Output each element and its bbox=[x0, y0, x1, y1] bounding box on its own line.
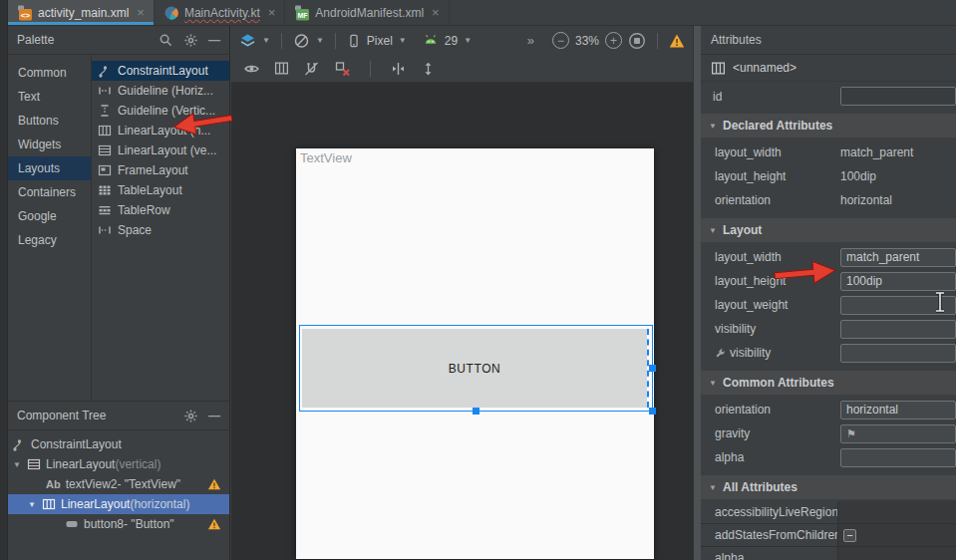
palette-category-google[interactable]: Google bbox=[8, 204, 91, 228]
space-icon bbox=[98, 223, 112, 237]
design-toolbar: ▼ ▼ Pixel ▼ 29 ▼ » − 33% + bbox=[231, 26, 693, 55]
palette-category-common[interactable]: Common bbox=[8, 61, 91, 85]
layout-height-input[interactable]: 100dip bbox=[840, 272, 956, 291]
palette-item-constraintlayout[interactable]: ConstraintLayout bbox=[92, 61, 229, 81]
attributes-header: Attributes bbox=[701, 26, 956, 55]
gear-icon[interactable] bbox=[183, 409, 198, 423]
chevron-down-icon[interactable]: ▼ bbox=[708, 122, 718, 131]
svg-text:<>: <> bbox=[21, 11, 31, 20]
attr-row-orientation: orientation horizontal bbox=[701, 398, 956, 421]
zoom-level: 33% bbox=[575, 34, 599, 48]
layout-width-input[interactable]: match_parent bbox=[840, 248, 956, 267]
tree-node-linearlayout-vertical[interactable]: ▼ LinearLayout(vertical) bbox=[8, 454, 229, 474]
gravity-input[interactable]: ⚑ bbox=[840, 424, 956, 443]
attr-value-cell[interactable] bbox=[838, 501, 956, 523]
android-icon bbox=[423, 33, 439, 48]
chevron-down-icon[interactable]: ▼ bbox=[316, 36, 324, 45]
tab-androidmanifest-xml[interactable]: MF AndroidManifest.xml × bbox=[285, 0, 449, 25]
hide-panel-icon[interactable]: — bbox=[208, 409, 220, 422]
warning-icon[interactable] bbox=[669, 33, 685, 49]
tab-mainactivity-kt[interactable]: MainActivity.kt × bbox=[155, 0, 285, 25]
palette-item-linearlayout-vertical[interactable]: LinearLayout (ve... bbox=[92, 140, 229, 160]
palette-item-linearlayout-horizontal[interactable]: LinearLayout (h... bbox=[92, 121, 229, 140]
palette-item-space[interactable]: Space bbox=[92, 220, 229, 240]
palette-category-widgets[interactable]: Widgets bbox=[8, 133, 91, 156]
design-surface[interactable]: TextView BUTTON bbox=[231, 83, 693, 560]
tab-label: activity_main.xml bbox=[38, 6, 129, 20]
resize-handle-corner[interactable] bbox=[649, 408, 656, 415]
selection-outline[interactable] bbox=[299, 325, 653, 412]
palette-category-containers[interactable]: Containers bbox=[8, 180, 91, 204]
close-icon[interactable]: × bbox=[268, 5, 276, 20]
align-horizontal-center-icon[interactable] bbox=[390, 61, 407, 77]
gear-icon[interactable] bbox=[183, 33, 198, 48]
search-icon[interactable] bbox=[159, 33, 173, 48]
declared-rows: layout_width match_parent layout_height … bbox=[701, 138, 956, 212]
view-options-eye-icon[interactable] bbox=[243, 61, 260, 77]
zoom-in-button[interactable]: + bbox=[605, 32, 622, 49]
chevron-down-icon[interactable]: ▼ bbox=[262, 36, 270, 45]
section-all-attributes[interactable]: ▼ All Attributes bbox=[701, 475, 956, 499]
panel-splitter[interactable] bbox=[693, 26, 701, 560]
hide-panel-icon[interactable]: — bbox=[208, 33, 220, 47]
expand-vertical-icon[interactable] bbox=[421, 61, 436, 77]
alpha-input[interactable] bbox=[840, 448, 956, 467]
palette-item-tablelayout[interactable]: TableLayout bbox=[92, 180, 229, 200]
attr-value-cell[interactable] bbox=[838, 547, 956, 560]
chevron-down-icon[interactable]: ▼ bbox=[708, 379, 718, 388]
tree-node-button8[interactable]: button8- "Button" bbox=[8, 514, 229, 534]
resize-handle-right[interactable] bbox=[649, 365, 656, 372]
close-icon[interactable]: × bbox=[137, 5, 145, 20]
id-input[interactable] bbox=[840, 87, 956, 106]
section-common-attributes[interactable]: ▼ Common Attributes bbox=[701, 371, 956, 395]
wrench-icon bbox=[715, 348, 726, 359]
toolbar-overflow-icon[interactable]: » bbox=[527, 33, 534, 48]
chevron-down-icon[interactable]: ▼ bbox=[399, 36, 407, 45]
close-icon[interactable]: × bbox=[432, 5, 440, 20]
section-declared-attributes[interactable]: ▼ Declared Attributes bbox=[701, 114, 956, 138]
api-level-selector[interactable]: 29 bbox=[445, 34, 458, 48]
chevron-down-icon[interactable]: ▼ bbox=[708, 226, 718, 235]
tree-node-constraintlayout[interactable]: ConstraintLayout bbox=[8, 434, 229, 454]
palette-item-framelayout[interactable]: FrameLayout bbox=[92, 160, 229, 180]
palette-item-tablerow[interactable]: TableRow bbox=[92, 200, 229, 220]
chevron-down-icon[interactable]: ▼ bbox=[27, 500, 37, 509]
palette-item-guideline-horizontal[interactable]: Guideline (Horiz... bbox=[92, 81, 229, 101]
palette-category-legacy[interactable]: Legacy bbox=[8, 228, 91, 252]
tab-label: MainActivity.kt bbox=[184, 6, 260, 20]
tree-node-textview2[interactable]: Ab textView2- "TextView" bbox=[8, 474, 229, 494]
palette-category-buttons[interactable]: Buttons bbox=[8, 109, 91, 133]
palette-item-guideline-vertical[interactable]: Guideline (Vertic... bbox=[92, 101, 229, 121]
component-tree-body: ConstraintLayout ▼ LinearLayout(vertical… bbox=[8, 430, 229, 560]
device-screen[interactable]: TextView BUTTON bbox=[296, 148, 654, 559]
attr-row-alpha: alpha bbox=[701, 547, 956, 560]
zoom-out-button[interactable]: − bbox=[552, 32, 569, 49]
tools-visibility-input[interactable] bbox=[840, 344, 956, 363]
flag-icon[interactable]: ⚑ bbox=[846, 428, 856, 439]
device-selector[interactable]: Pixel bbox=[367, 34, 393, 48]
palette-category-layouts[interactable]: Layouts bbox=[8, 156, 91, 180]
orientation-icon[interactable] bbox=[293, 33, 310, 49]
chevron-down-icon[interactable]: ▼ bbox=[708, 483, 718, 492]
resize-handle-bottom[interactable] bbox=[473, 408, 479, 415]
warning-icon bbox=[207, 517, 221, 531]
tree-node-linearlayout-horizontal[interactable]: ▼ LinearLayout(horizontal) bbox=[8, 494, 229, 514]
section-layout[interactable]: ▼ Layout bbox=[701, 218, 956, 242]
visibility-input[interactable] bbox=[840, 320, 956, 339]
attr-row-layout-width: layout_width match_parent bbox=[701, 140, 956, 164]
textview-widget[interactable]: TextView bbox=[300, 150, 352, 165]
clear-constraints-icon[interactable] bbox=[334, 61, 351, 77]
zoom-to-fit-button[interactable] bbox=[628, 32, 646, 50]
orientation-columns-icon[interactable] bbox=[274, 61, 289, 76]
chevron-down-icon[interactable]: ▼ bbox=[12, 460, 22, 469]
indeterminate-checkbox[interactable]: − bbox=[843, 529, 856, 542]
toolbar-separator bbox=[370, 61, 371, 77]
chevron-down-icon[interactable]: ▼ bbox=[464, 36, 472, 45]
orientation-input[interactable]: horizontal bbox=[840, 401, 956, 420]
palette-category-text[interactable]: Text bbox=[8, 85, 91, 109]
tab-activity-main-xml[interactable]: <> activity_main.xml × bbox=[8, 0, 155, 25]
design-surface-icon[interactable] bbox=[239, 33, 256, 49]
layout-weight-input[interactable] bbox=[840, 296, 956, 315]
attr-row-addstatesfromchildren: addStatesFromChildren − bbox=[701, 524, 956, 547]
autoconnect-off-magnet-icon[interactable] bbox=[303, 61, 320, 77]
